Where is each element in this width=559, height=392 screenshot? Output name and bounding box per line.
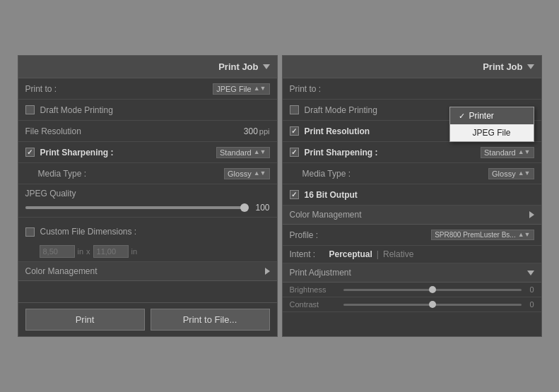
right-media-type-select[interactable]: Glossy ▲▼: [488, 168, 534, 179]
right-color-mgmt-icon: [529, 211, 534, 218]
dropdown-jpeg-label: JPEG File: [473, 128, 511, 138]
dim-unit-h: in: [131, 247, 138, 256]
left-panel-footer: Print Print to File...: [18, 302, 277, 336]
custom-dim-inputs: in x in: [25, 245, 270, 258]
bit-output-checkbox[interactable]: ✓: [290, 190, 299, 199]
sharpening-arrows-icon: ▲▼: [254, 149, 266, 155]
dropdown-printer-label: Printer: [469, 111, 494, 121]
color-mgmt-label: Color Management: [25, 266, 98, 276]
print-sharpening-row: ✓ Print Sharpening : Standard ▲▼: [18, 142, 277, 163]
intent-label: Intent :: [290, 249, 325, 259]
right-draft-mode-checkbox[interactable]: [290, 105, 299, 114]
dim-width-input[interactable]: [40, 245, 75, 258]
left-panel-title: Print Job: [218, 61, 258, 72]
right-print-to-container: Print to : ✓ Printer JPEG File: [283, 78, 541, 100]
brightness-value: 0: [526, 285, 534, 294]
resolution-checkmark-icon: ✓: [291, 127, 297, 135]
print-sharpening-select[interactable]: Standard ▲▼: [216, 147, 269, 158]
profile-select[interactable]: SPR800 PremLuster Bs... ▲▼: [431, 230, 534, 240]
print-sharpening-value: Standard: [220, 148, 252, 157]
file-resolution-row: File Resolution 300ppi: [18, 121, 277, 142]
left-panel-header: Print Job: [18, 56, 277, 78]
contrast-label: Contrast: [290, 300, 339, 309]
media-type-select[interactable]: Glossy ▲▼: [224, 168, 269, 179]
contrast-value: 0: [526, 300, 534, 309]
media-type-label: Media Type :: [38, 169, 225, 179]
right-panel-collapse-icon[interactable]: [527, 64, 534, 69]
right-media-type-row: Media Type : Glossy ▲▼: [283, 163, 541, 184]
profile-row: Profile : SPR800 PremLuster Bs... ▲▼: [283, 225, 541, 246]
draft-mode-checkbox[interactable]: [25, 105, 35, 114]
right-media-arrows-icon: ▲▼: [518, 170, 531, 177]
jpeg-quality-fill: [25, 206, 245, 209]
left-panel-collapse-icon[interactable]: [263, 64, 270, 69]
draft-mode-row: Draft Mode Printing: [18, 100, 277, 121]
bit-output-label: 16 Bit Output: [305, 190, 358, 200]
right-sharpening-value: Standard: [484, 148, 516, 157]
brightness-track[interactable]: [343, 289, 522, 291]
right-print-resolution-checkbox[interactable]: ✓: [290, 126, 299, 136]
dim-height-input[interactable]: [93, 245, 129, 258]
profile-value: SPR800 PremLuster Bs...: [435, 231, 516, 239]
contrast-slider-container: Contrast 0: [290, 300, 534, 309]
file-resolution-value: 300ppi: [244, 126, 270, 136]
jpeg-quality-value: 100: [250, 203, 270, 213]
checkmark-icon: ✓: [27, 148, 33, 156]
bit-output-row: ✓ 16 Bit Output: [283, 184, 541, 206]
profile-arrows-icon: ▲▼: [518, 232, 531, 238]
contrast-thumb[interactable]: [429, 301, 436, 308]
dim-unit-w: in: [78, 247, 84, 256]
right-panel-header: Print Job: [283, 56, 541, 78]
print-to-dropdown[interactable]: ✓ Printer JPEG File: [449, 107, 534, 142]
print-to-label: Print to :: [25, 84, 213, 94]
left-panel: Print Job Print to : JPEG File ▲▼ Draft …: [18, 55, 278, 337]
dropdown-item-printer[interactable]: ✓ Printer: [450, 107, 534, 124]
check-icon: ✓: [459, 112, 465, 121]
print-sharpening-checkbox[interactable]: ✓: [25, 148, 35, 157]
print-to-row: Print to : JPEG File ▲▼: [18, 78, 277, 100]
intent-perceptual[interactable]: Perceptual: [325, 249, 377, 259]
right-print-to-label: Print to :: [290, 84, 534, 94]
right-media-type-value: Glossy: [492, 170, 516, 178]
right-print-to-row: Print to :: [283, 78, 541, 100]
jpeg-quality-label: JPEG Quality: [25, 189, 270, 198]
right-color-mgmt-label: Color Management: [290, 210, 362, 220]
custom-dim-label: Custom File Dimensions :: [40, 227, 270, 237]
custom-dim-checkbox[interactable]: [25, 227, 35, 237]
intent-relative[interactable]: Relative: [379, 249, 418, 259]
print-adjustment-section[interactable]: Print Adjustment: [283, 263, 541, 283]
contrast-row: Contrast 0: [283, 297, 541, 312]
print-to-file-button[interactable]: Print to File...: [151, 309, 270, 331]
print-to-select[interactable]: JPEG File ▲▼: [213, 83, 269, 95]
right-sharpening-select[interactable]: Standard ▲▼: [481, 147, 534, 158]
right-panel-title: Print Job: [483, 61, 522, 72]
jpeg-quality-track[interactable]: [25, 206, 245, 209]
right-color-mgmt-section[interactable]: Color Management: [283, 206, 541, 225]
bit-checkmark-icon: ✓: [291, 191, 297, 198]
dim-x-separator: x: [86, 247, 90, 256]
contrast-track[interactable]: [343, 304, 522, 306]
right-sharpening-label: Print Sharpening :: [305, 148, 481, 158]
dropdown-item-jpeg[interactable]: JPEG File: [450, 124, 534, 141]
jpeg-quality-thumb[interactable]: [240, 203, 249, 212]
media-type-value: Glossy: [228, 170, 252, 178]
draft-mode-label: Draft Mode Printing: [40, 105, 270, 115]
right-panel: Print Job Print to : ✓ Printer JPEG File: [282, 55, 542, 337]
brightness-row: Brightness 0: [283, 283, 541, 297]
brightness-thumb[interactable]: [429, 286, 436, 293]
jpeg-quality-row: JPEG Quality 100: [18, 184, 277, 218]
print-to-value: JPEG File: [216, 85, 252, 93]
color-mgmt-collapse-icon: [265, 268, 270, 275]
media-type-row: Media Type : Glossy ▲▼: [18, 163, 277, 184]
brightness-label: Brightness: [290, 285, 339, 294]
print-adjustment-label: Print Adjustment: [290, 268, 351, 278]
right-media-type-label: Media Type :: [302, 169, 489, 179]
right-sharpening-arrows-icon: ▲▼: [518, 149, 531, 155]
color-mgmt-section[interactable]: Color Management: [18, 262, 277, 281]
print-button[interactable]: Print: [25, 309, 145, 331]
right-sharpening-checkbox[interactable]: ✓: [290, 148, 299, 157]
select-arrows-icon: ▲▼: [254, 85, 266, 92]
sharpening-checkmark-icon: ✓: [291, 148, 297, 156]
intent-row: Intent : Perceptual | Relative: [283, 246, 541, 263]
print-sharpening-label: Print Sharpening :: [40, 148, 217, 158]
